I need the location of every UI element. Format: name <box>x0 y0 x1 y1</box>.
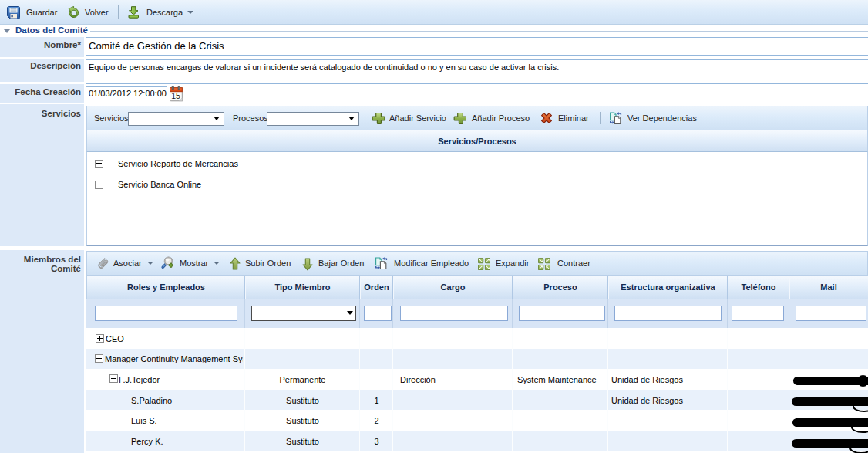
svg-text:15: 15 <box>171 91 180 100</box>
